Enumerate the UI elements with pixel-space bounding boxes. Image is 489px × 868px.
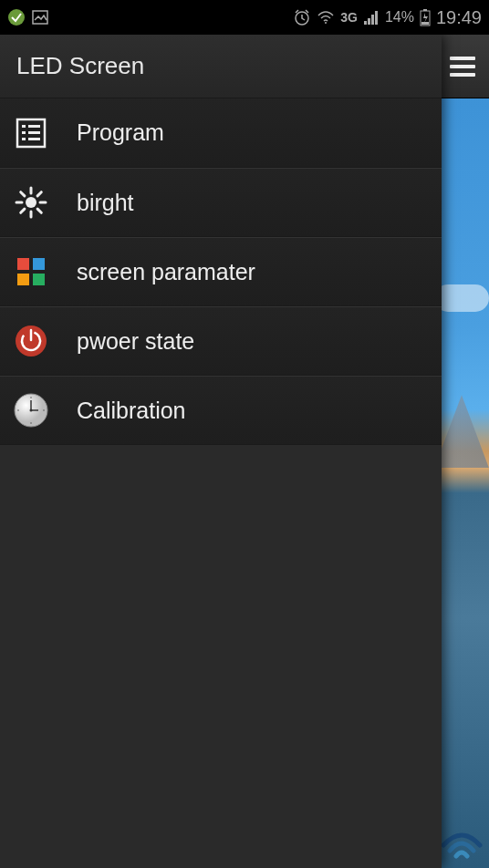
- svg-rect-4: [364, 21, 367, 25]
- menu-label: screen paramater: [77, 259, 255, 285]
- status-bar: 3G 14% 19:49: [0, 0, 489, 35]
- drawer-empty-area: [0, 445, 442, 868]
- battery-pct-label: 14%: [385, 9, 414, 26]
- svg-rect-6: [371, 15, 374, 25]
- status-left: [7, 8, 49, 26]
- menu-label: pwoer state: [77, 328, 194, 355]
- svg-rect-5: [368, 18, 370, 25]
- svg-rect-13: [28, 125, 40, 128]
- drawer-title: LED Screen: [0, 35, 442, 98]
- svg-rect-30: [33, 274, 45, 285]
- wifi-status-icon[interactable]: [434, 822, 489, 868]
- menu-list: Program: [0, 98, 442, 445]
- power-icon: [13, 323, 49, 359]
- notification-icon-1: [7, 8, 26, 26]
- svg-rect-28: [33, 258, 45, 270]
- battery-charging-icon: [420, 8, 431, 26]
- hamburger-menu-button[interactable]: [450, 57, 475, 77]
- navigation-drawer: LED Screen Program: [0, 35, 442, 868]
- svg-point-38: [30, 397, 32, 398]
- menu-item-calibration[interactable]: Calibration: [0, 376, 442, 445]
- svg-point-3: [325, 22, 327, 24]
- svg-rect-14: [22, 131, 26, 134]
- clock-icon: [13, 392, 49, 429]
- svg-rect-10: [421, 22, 429, 25]
- menu-item-power-state[interactable]: pwoer state: [0, 306, 442, 376]
- svg-line-23: [21, 192, 25, 196]
- svg-point-0: [8, 9, 25, 26]
- alarm-icon: [293, 8, 311, 26]
- network-type-label: 3G: [340, 10, 358, 25]
- svg-point-40: [30, 422, 32, 424]
- svg-line-26: [37, 192, 41, 196]
- svg-rect-9: [423, 9, 427, 11]
- main-area: LED Screen Program: [0, 35, 489, 868]
- clock-label: 19:49: [436, 7, 482, 28]
- svg-rect-16: [22, 138, 26, 140]
- svg-line-24: [37, 209, 41, 212]
- menu-label: birght: [77, 190, 134, 216]
- svg-rect-27: [17, 258, 29, 270]
- menu-item-screen-parameter[interactable]: screen paramater: [0, 237, 442, 306]
- list-icon: [13, 115, 49, 151]
- menu-label: Program: [77, 119, 164, 146]
- app-title-label: LED Screen: [16, 52, 144, 80]
- svg-rect-17: [28, 138, 40, 140]
- menu-item-program[interactable]: Program: [0, 98, 442, 168]
- svg-rect-15: [28, 131, 40, 134]
- svg-rect-12: [22, 125, 26, 128]
- signal-icon: [363, 9, 380, 26]
- svg-point-39: [43, 409, 45, 411]
- svg-rect-29: [17, 274, 29, 285]
- wifi-icon: [317, 8, 335, 26]
- menu-item-bright[interactable]: birght: [0, 168, 442, 237]
- brightness-icon: [13, 184, 49, 221]
- svg-point-18: [26, 197, 36, 208]
- svg-rect-7: [375, 11, 378, 25]
- svg-point-41: [17, 409, 19, 411]
- windows-grid-icon: [13, 253, 49, 290]
- image-icon: [31, 8, 49, 26]
- status-right: 3G 14% 19:49: [293, 7, 482, 28]
- svg-line-25: [21, 209, 25, 212]
- menu-label: Calibration: [77, 398, 186, 424]
